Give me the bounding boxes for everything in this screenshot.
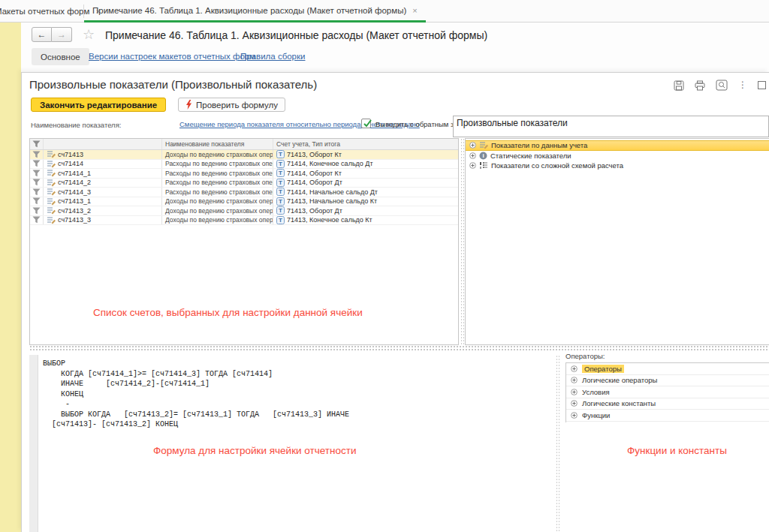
application-window: Макеты отчетных форм × Примечание 46. Та… [0, 0, 769, 532]
svg-text:Т: Т [279, 188, 282, 195]
tree-item[interactable]: iСтатические показатели [466, 151, 769, 161]
account-cell: Т71414, Конечное сальдо Дт [273, 160, 458, 169]
checkmark-icon [363, 119, 372, 128]
row-filter-cell [30, 188, 44, 197]
back-button[interactable]: ← [32, 27, 52, 42]
filter-icon [32, 216, 41, 224]
account-type-icon: Т [276, 188, 285, 196]
accounts-table: Наименование показателя Счет учета, Тип … [29, 138, 459, 345]
print-icon[interactable] [695, 80, 705, 91]
annotation-functions: Функции и константы [627, 445, 727, 456]
filter-header-cell[interactable] [30, 139, 44, 149]
operator-group-item[interactable]: Логические константы [566, 398, 769, 410]
indicator-name-input[interactable]: Произвольные показатели [453, 116, 769, 137]
horizontal-splitter[interactable] [29, 345, 769, 351]
table-row[interactable]: сч71413_3Доходы по ведению страховых опе… [30, 216, 458, 226]
forward-button[interactable]: → [52, 27, 72, 42]
account-cell: Т71413, Начальное сальдо Кт [273, 197, 458, 206]
expand-icon[interactable] [571, 412, 578, 419]
indicators-tree: Показатели по данным учетаiСтатические п… [465, 138, 769, 345]
filter-icon [32, 151, 41, 158]
indicator-name-cell: Доходы по ведению страховых операций по … [162, 197, 273, 206]
table-row[interactable]: сч71414_1Расходы по ведению страховых оп… [30, 169, 458, 179]
tree-item-label: Статические показатели [490, 152, 571, 160]
more-menu-icon[interactable]: ⋮ [738, 81, 747, 89]
account-cell: Т71413, Оборот Кт [273, 150, 458, 159]
indicator-code-cell: сч71413_3 [44, 216, 162, 225]
tree-item[interactable]: Показатели по данным учета [466, 140, 769, 151]
row-filter-cell [30, 179, 44, 188]
window-icon[interactable] [758, 81, 766, 89]
svg-text:Т: Т [279, 151, 282, 158]
tree-item[interactable]: Показатели со сложной схемой расчета [466, 161, 769, 171]
tab-label: Примечание 46. Таблица 1. Аквизиционные … [92, 6, 406, 15]
table-row[interactable]: сч71414_3Расходы по ведению страховых оп… [30, 188, 458, 197]
link-assembly-rules[interactable]: Правила сборки [240, 52, 305, 61]
expand-icon[interactable] [571, 400, 578, 407]
formula-gutter [29, 355, 38, 532]
indicator-list-icon [47, 169, 56, 177]
indicators-tree-items: Показатели по данным учетаiСтатические п… [466, 140, 769, 171]
expand-icon[interactable] [469, 152, 476, 159]
operator-group-item[interactable]: Условия [566, 386, 769, 398]
expand-icon[interactable] [571, 365, 578, 372]
operator-group-item[interactable]: Функции [566, 410, 769, 422]
indicator-list-icon [47, 179, 56, 187]
account-cell: Т71413, Конечное сальдо Кт [273, 216, 458, 225]
operator-group-label: Условия [582, 388, 610, 396]
account-cell: Т71413, Оборот Дт [273, 206, 458, 215]
svg-text:Т: Т [279, 170, 282, 176]
finish-editing-button[interactable]: Закончить редактирование [31, 98, 166, 112]
expand-icon[interactable] [571, 389, 578, 395]
tree-item-label: Показатели со сложной схемой расчета [491, 161, 623, 170]
indicator-name-cell: Расходы по ведению страховых операций по… [162, 160, 273, 169]
vertical-splitter-bottom[interactable] [556, 355, 560, 532]
row-filter-cell [30, 197, 44, 206]
indicator-code-cell: сч71413_2 [44, 206, 162, 215]
code-header-cell [44, 139, 162, 149]
close-icon[interactable]: × [412, 6, 417, 15]
reverse-sign-checkbox[interactable] [361, 119, 371, 128]
row-filter-cell [30, 169, 44, 178]
table-row[interactable]: сч71413_1Доходы по ведению страховых опе… [30, 197, 458, 207]
check-formula-button[interactable]: Проверить формулу [178, 98, 285, 112]
table-row[interactable]: сч71413Доходы по ведению страховых опера… [30, 150, 458, 160]
nav-buttons: ← → [32, 27, 72, 42]
favorite-star-icon[interactable]: ☆ [83, 26, 95, 43]
preview-icon[interactable] [716, 80, 728, 91]
table-row[interactable]: сч71413_2Доходы по ведению страховых опе… [30, 206, 458, 216]
annotation-accounts-list: Список счетов, выбранных для настройки д… [93, 307, 363, 318]
filter-icon [32, 179, 41, 186]
operator-group-item[interactable]: Операторы [566, 363, 769, 375]
save-icon[interactable] [674, 80, 684, 91]
filter-icon [32, 170, 41, 177]
link-layout-settings-versions[interactable]: Версии настроек макетов отчетных форм [89, 52, 255, 61]
indicator-name-label: Наименование показателя: [31, 121, 121, 129]
expand-icon[interactable] [571, 377, 578, 383]
operator-group-item[interactable]: Логические операторы [566, 375, 769, 387]
table-row[interactable]: сч71414_2Расходы по ведению страховых оп… [30, 179, 458, 188]
tree-item-label: Показатели по данным учета [491, 141, 587, 149]
indicator-list-icon [47, 160, 56, 168]
row-filter-cell [30, 206, 44, 215]
expand-icon[interactable] [469, 162, 476, 169]
account-type-icon: Т [276, 197, 285, 206]
indicator-code-cell: сч71413_1 [44, 197, 162, 206]
expand-icon[interactable] [469, 142, 476, 149]
app-header: ← → ☆ Примечание 46. Таблица 1. Аквизици… [21, 23, 769, 72]
formula-editor[interactable]: ВЫБОР КОГДА [сч71414_1]>= [сч71414_3] ТО… [29, 355, 554, 532]
tab-main-section[interactable]: Основное [32, 48, 89, 65]
tab-bar: Макеты отчетных форм × Примечание 46. Та… [0, 0, 769, 23]
indicator-name-cell: Расходы по ведению страховых операций по… [162, 188, 273, 197]
check-formula-label: Проверить формулу [196, 101, 278, 110]
tab-note-46[interactable]: Примечание 46. Таблица 1. Аквизиционные … [84, 0, 426, 23]
accounts-rows: сч71413Доходы по ведению страховых опера… [30, 150, 458, 225]
indicator-code-cell: сч71413 [44, 150, 162, 159]
desktop-strip [0, 23, 21, 532]
operator-group-label: Логические константы [582, 399, 656, 407]
table-row[interactable]: сч71414Расходы по ведению страховых опер… [30, 160, 458, 170]
account-cell: Т71414, Начальное сальдо Дт [273, 188, 458, 197]
vertical-splitter[interactable] [460, 138, 464, 345]
svg-text:Т: Т [279, 217, 282, 224]
formula-text[interactable]: ВЫБОР КОГДА [сч71414_1]>= [сч71414_3] ТО… [43, 359, 349, 430]
